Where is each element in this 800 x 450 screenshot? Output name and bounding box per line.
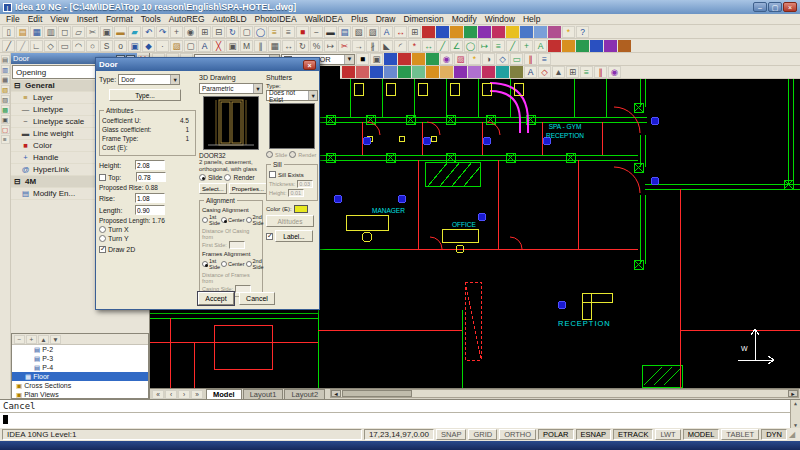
casing-center-radio[interactable] (221, 217, 227, 223)
sill-exists-checkbox[interactable] (269, 171, 276, 178)
center-mark-icon[interactable]: + (520, 40, 533, 52)
dialog-titlebar[interactable]: Door × (96, 58, 319, 71)
undo-icon[interactable]: ↶ (142, 26, 155, 38)
menu-insert[interactable]: Insert (73, 14, 102, 24)
label-button[interactable]: Label... (275, 230, 313, 242)
hatch-icon[interactable]: ▨ (170, 40, 183, 52)
design-center-icon[interactable]: ▧ (352, 26, 365, 38)
toggle-lwt[interactable]: LWT (655, 429, 680, 440)
top-checkbox[interactable] (99, 174, 106, 181)
offset-icon[interactable]: ∥ (254, 40, 267, 52)
dim-continue-icon[interactable]: ↦ (478, 40, 491, 52)
wall-tool-icon[interactable] (342, 66, 355, 78)
autobld-window-icon[interactable] (590, 40, 603, 52)
top-field[interactable] (136, 172, 166, 182)
dock-tree-icon[interactable]: ▩ (1, 105, 10, 114)
dim-aligned-icon[interactable]: ╱ (436, 40, 449, 52)
camera-tool-icon[interactable]: ◉ (608, 66, 621, 78)
properties-button[interactable]: Properties... (229, 183, 267, 194)
plot-icon[interactable]: ▥ (44, 26, 57, 38)
draw-order-icon[interactable]: ▣ (370, 53, 383, 65)
level-tool-icon[interactable]: ≡ (580, 66, 593, 78)
menu-walkidea[interactable]: WalkIDEA (301, 14, 347, 24)
toggle-polar[interactable]: POLAR (538, 429, 573, 440)
autobld-wall-icon[interactable] (548, 40, 561, 52)
menu-photoidea[interactable]: PhotoIDEA (251, 14, 301, 24)
array-icon[interactable]: ▦ (268, 40, 281, 52)
dim-baseline-icon[interactable]: ≡ (492, 40, 505, 52)
trim-icon[interactable]: ✂ (338, 40, 351, 52)
idea-sun-icon[interactable] (506, 26, 519, 38)
casing-1st-side-radio[interactable] (202, 217, 208, 223)
dock-blocks-icon[interactable]: ▦ (1, 75, 10, 84)
cancel-button[interactable]: Cancel (239, 292, 275, 305)
section-icon[interactable]: ∥ (524, 53, 537, 65)
toggle-model[interactable]: MODEL (683, 429, 720, 440)
toggle-etrack[interactable]: ETRACK (613, 429, 653, 440)
shutters-render-radio[interactable] (289, 151, 296, 158)
tree-collapse-icon[interactable]: − (14, 335, 25, 344)
menu-modify[interactable]: Modify (448, 14, 481, 24)
dock-layers-icon[interactable]: ▥ (1, 65, 10, 74)
dock-list-icon[interactable]: ≡ (1, 135, 10, 144)
line-icon[interactable]: ╱ (2, 40, 15, 52)
idea-3d-icon[interactable] (464, 26, 477, 38)
menu-dimension[interactable]: Dimension (399, 14, 447, 24)
toggle-dyn[interactable]: DYN (761, 429, 787, 440)
draw-2d-checkbox[interactable] (99, 246, 106, 253)
table-style-icon[interactable]: ⊞ (408, 26, 421, 38)
close-button[interactable]: × (783, 2, 797, 12)
scale-icon[interactable]: % (310, 40, 323, 52)
altitudes-button[interactable]: Altitudes (266, 215, 314, 227)
sill-thickness-field[interactable] (297, 180, 313, 188)
redo-icon[interactable]: ↷ (156, 26, 169, 38)
tree-item-plan-views[interactable]: ▣Plan Views (12, 390, 148, 399)
accept-button[interactable]: Accept (198, 292, 234, 305)
toggle-snap[interactable]: SNAP (436, 429, 466, 440)
layer-states-icon[interactable]: ≡ (282, 26, 295, 38)
tree-item-p-3[interactable]: ▤P-3 (12, 354, 148, 363)
fillet-icon[interactable]: ◜ (394, 40, 407, 52)
menu-tools[interactable]: Tools (137, 14, 165, 24)
tab-layout2[interactable]: Layout2 (284, 389, 325, 399)
plus-blocks-icon[interactable] (398, 53, 411, 65)
chamfer-icon[interactable]: ◣ (380, 40, 393, 52)
scrollbar-thumb[interactable] (342, 390, 412, 397)
tree-item-p-4[interactable]: ▤P-4 (12, 363, 148, 372)
publish-icon[interactable]: ▱ (72, 26, 85, 38)
region-icon[interactable]: ▢ (184, 40, 197, 52)
sill-height-field[interactable] (288, 189, 304, 197)
construction-line-icon[interactable]: ╱ (16, 40, 29, 52)
dim-edit-icon[interactable]: A (534, 40, 547, 52)
slab-tool-icon[interactable] (454, 66, 467, 78)
save-icon[interactable]: ▦ (30, 26, 43, 38)
dock-properties-icon[interactable]: ▤ (1, 55, 10, 64)
ramp-tool-icon[interactable] (496, 66, 509, 78)
stretch-icon[interactable]: ↦ (324, 40, 337, 52)
shutters-slide-radio[interactable] (266, 151, 273, 158)
label-checkbox[interactable] (266, 233, 273, 240)
tag-tool-icon[interactable]: ◇ (538, 66, 551, 78)
move-icon[interactable]: ↔ (282, 40, 295, 52)
autobld-roof-icon[interactable] (618, 40, 631, 52)
menu-edit[interactable]: Edit (24, 14, 47, 24)
autobld-stair-icon[interactable] (604, 40, 617, 52)
light-tool-icon[interactable]: * (562, 26, 575, 38)
frames-2nd-side-radio[interactable] (246, 261, 252, 267)
dialog-close-icon[interactable]: × (303, 60, 316, 70)
column-tool-icon[interactable] (370, 66, 383, 78)
sun-study-icon[interactable]: * (468, 53, 481, 65)
menu-help[interactable]: Help (519, 14, 544, 24)
drawing3d-mode-select[interactable]: Parametric ▼ (199, 83, 263, 94)
dock-find-icon[interactable]: ▣ (1, 115, 10, 124)
toggle-esnap[interactable]: ESNAP (576, 429, 611, 440)
next-tab-icon[interactable]: › (178, 390, 190, 399)
menu-file[interactable]: File (2, 14, 24, 24)
scroll-up-icon[interactable]: ▲ (791, 400, 800, 406)
make-block-icon[interactable]: ◆ (142, 40, 155, 52)
open-icon[interactable]: ▤ (16, 26, 29, 38)
cut-icon[interactable]: ✂ (86, 26, 99, 38)
menu-draw[interactable]: Draw (372, 14, 400, 24)
first-side-field[interactable] (229, 241, 245, 249)
tab-layout1[interactable]: Layout1 (243, 389, 284, 399)
